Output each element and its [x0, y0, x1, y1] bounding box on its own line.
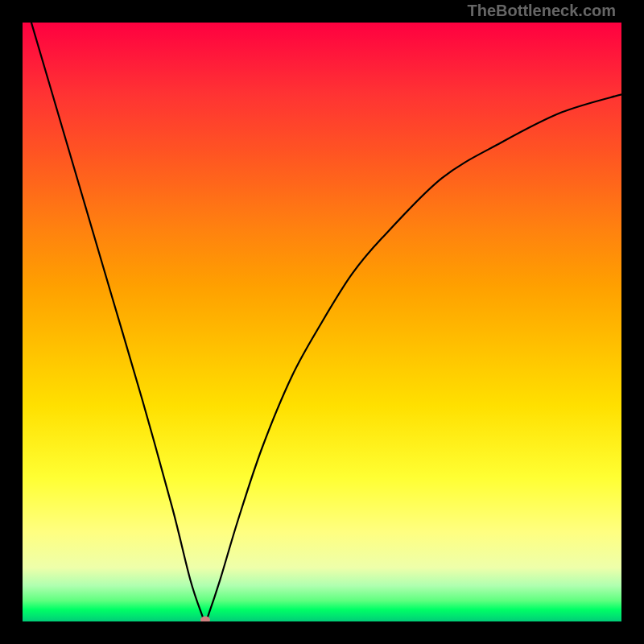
plot-area: [23, 23, 621, 621]
optimal-point-marker: [200, 616, 210, 621]
curve-layer: [23, 23, 621, 621]
watermark-text: TheBottleneck.com: [468, 2, 616, 20]
bottleneck-curve: [23, 23, 621, 621]
